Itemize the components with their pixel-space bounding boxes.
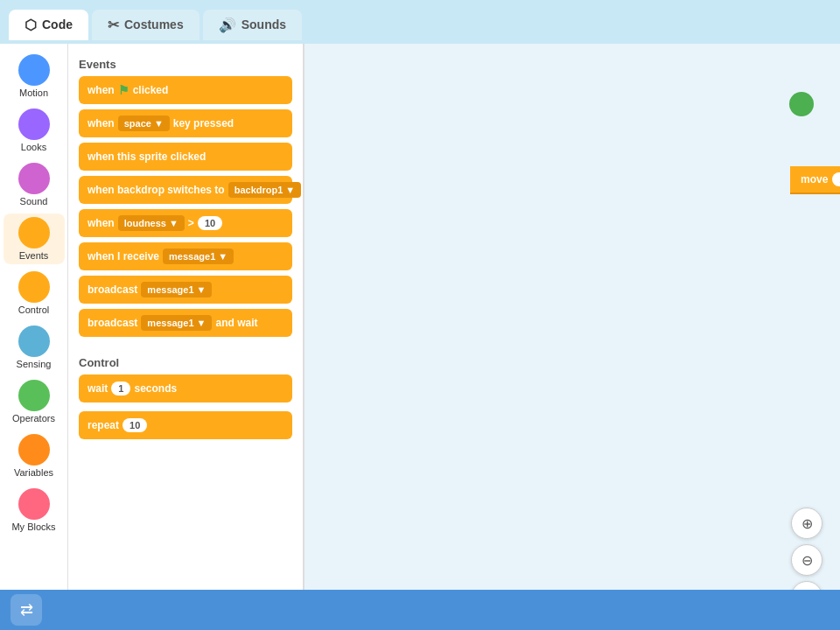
wait-value[interactable]: 1 [111, 382, 130, 396]
variables-dot [18, 434, 50, 466]
block-when-backdrop[interactable]: when backdrop switches to backdrop1 ▼ [79, 176, 292, 204]
block-when-key-pressed[interactable]: when space ▼ key pressed [79, 109, 292, 137]
block-repeat[interactable]: repeat 10 [79, 411, 292, 439]
repeat-text: repeat [88, 419, 119, 431]
wait-text: wait [88, 382, 108, 395]
block-when-receive[interactable]: when I receive message1 ▼ [79, 242, 292, 270]
sounds-icon: 🔊 [219, 17, 236, 33]
sidebar-item-myblocks[interactable]: My Blocks [4, 485, 65, 536]
tab-code-label: Code [42, 18, 73, 32]
operators-label: Operators [12, 413, 55, 424]
looks-dot [18, 108, 50, 140]
clicked-text: clicked [133, 84, 169, 96]
events-label: Events [19, 250, 49, 261]
canvas-move-steps[interactable]: move 10 steps [790, 166, 840, 192]
dropdown-arrow-3: ▼ [169, 218, 178, 228]
receive-text: when I receive [88, 250, 159, 262]
dropdown-arrow-2: ▼ [285, 185, 295, 195]
backdrop-text: when backdrop switches to [88, 184, 225, 196]
sensing-label: Sensing [17, 359, 52, 369]
sidebar-item-motion[interactable]: Motion [4, 51, 65, 102]
zoom-out-icon: ⊖ [802, 552, 813, 569]
and-wait-text: and wait [215, 317, 257, 329]
message-dropdown-1[interactable]: message1 ▼ [163, 248, 234, 264]
block-broadcast-wait[interactable]: broadcast message1 ▼ and wait [79, 309, 292, 337]
sidebar-item-sensing[interactable]: Sensing [4, 322, 65, 373]
zoom-out-button[interactable]: ⊖ [791, 544, 822, 576]
sidebar-item-control[interactable]: Control [4, 268, 65, 318]
control-label: Control [18, 304, 49, 315]
sidebar-item-variables[interactable]: Variables [4, 430, 65, 481]
blocks-panel: Events when ⚑ clicked when space ▼ key p… [68, 44, 304, 630]
green-indicator [789, 92, 814, 116]
main-container: Motion Looks Sound Events Control Sensin… [0, 44, 840, 630]
control-section-title: Control [79, 356, 292, 369]
categories-sidebar: Motion Looks Sound Events Control Sensin… [0, 44, 68, 630]
events-dot [18, 217, 50, 248]
when-text: when [88, 84, 115, 96]
sidebar-item-sound[interactable]: Sound [4, 159, 65, 210]
greater-than: > [188, 217, 194, 229]
dropdown-arrow-4: ▼ [218, 251, 228, 262]
tab-code[interactable]: ⬡ Code [9, 10, 88, 40]
toolbar-toggle-button[interactable]: ⇄ [10, 594, 42, 626]
green-flag-icon: ⚑ [118, 83, 130, 97]
motion-dot [18, 54, 50, 86]
block-broadcast[interactable]: broadcast message1 ▼ [79, 276, 292, 304]
repeat-value[interactable]: 10 [122, 418, 147, 432]
operators-dot [18, 380, 50, 411]
message-dropdown-2[interactable]: message1 ▼ [141, 282, 212, 298]
tab-sounds[interactable]: 🔊 Sounds [203, 10, 302, 40]
block-when-loudness[interactable]: when loudness ▼ > 10 [79, 209, 292, 237]
control-dot [18, 271, 50, 303]
block-wait[interactable]: wait 1 seconds [79, 374, 292, 402]
dropdown-arrow-6: ▼ [197, 318, 206, 328]
zoom-in-icon: ⊕ [802, 515, 813, 532]
tab-costumes[interactable]: ✂ Costumes [92, 10, 200, 40]
canvas-area[interactable]: when ⚑ clicked move 10 steps when space … [304, 44, 840, 630]
myblocks-dot [18, 488, 50, 520]
key-dropdown[interactable]: space ▼ [118, 116, 170, 131]
broadcast-text: broadcast [88, 284, 137, 296]
sidebar-item-operators[interactable]: Operators [4, 376, 65, 427]
sound-label: Sound [20, 196, 48, 206]
message-dropdown-3[interactable]: message1 ▼ [141, 315, 212, 331]
costumes-icon: ✂ [108, 17, 119, 33]
loudness-value[interactable]: 10 [198, 216, 222, 230]
sidebar-item-events[interactable]: Events [4, 214, 65, 264]
tab-costumes-label: Costumes [124, 18, 184, 32]
top-tabs: ⬡ Code ✂ Costumes 🔊 Sounds [0, 0, 840, 44]
canvas-steps-value[interactable]: 10 [832, 172, 840, 186]
when-text-2: when [88, 117, 115, 130]
zoom-in-button[interactable]: ⊕ [791, 508, 822, 539]
variables-label: Variables [14, 467, 53, 478]
events-section-title: Events [79, 58, 292, 71]
canvas-move-text: move [801, 173, 828, 186]
myblocks-label: My Blocks [11, 522, 55, 532]
dropdown-arrow-5: ▼ [197, 284, 206, 295]
seconds-text: seconds [134, 382, 177, 395]
dropdown-arrow-1: ▼ [154, 118, 164, 129]
toolbar-icon: ⇄ [20, 600, 33, 620]
block-when-sprite-clicked[interactable]: when this sprite clicked [79, 143, 292, 171]
when-text-3: when [88, 217, 115, 229]
sound-dot [18, 163, 50, 194]
loudness-dropdown[interactable]: loudness ▼ [118, 215, 185, 231]
block-when-clicked[interactable]: when ⚑ clicked [79, 76, 292, 104]
sensing-dot [18, 326, 50, 357]
motion-label: Motion [19, 88, 48, 98]
tab-sounds-label: Sounds [242, 18, 286, 32]
looks-label: Looks [21, 142, 46, 152]
broadcast-text-2: broadcast [88, 317, 137, 329]
bottom-toolbar: ⇄ [0, 590, 840, 630]
code-icon: ⬡ [24, 17, 37, 33]
sidebar-item-looks[interactable]: Looks [4, 105, 65, 156]
backdrop-dropdown[interactable]: backdrop1 ▼ [228, 182, 302, 198]
key-pressed-text: key pressed [173, 117, 234, 130]
sprite-clicked-text: when this sprite clicked [88, 150, 206, 163]
